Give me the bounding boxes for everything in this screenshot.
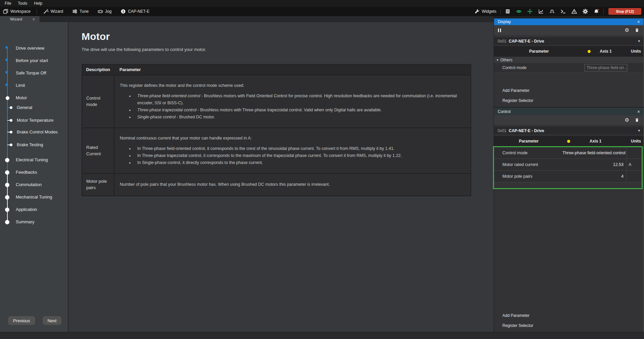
bullet-item: In Three-phase trapezoidal control, it c…: [134, 152, 465, 159]
menu-tools[interactable]: Tools: [14, 0, 31, 7]
chart-icon[interactable]: [538, 8, 544, 14]
table-row: Control modeThis register defines the mo…: [82, 75, 471, 128]
step-label: Drive overview: [16, 46, 44, 51]
control-panel-header[interactable]: Control ×: [494, 108, 643, 115]
group-others[interactable]: ▾ Others: [494, 57, 643, 63]
pause-icon[interactable]: [498, 29, 501, 32]
device-id: 0x01: [498, 128, 506, 133]
display-panel-header[interactable]: Display ×: [494, 18, 643, 25]
parameter-value-field[interactable]: Three-phase field-oriented control: [562, 147, 627, 159]
sidebar-item-safe-torque-off[interactable]: Safe Torque Off: [0, 70, 68, 76]
sidebar-item-summary[interactable]: Summary: [0, 219, 68, 225]
move-icon[interactable]: [527, 8, 533, 14]
control-panel: Control × ⚙ 0x01 CAP-NET-E - Drive ▾ Par…: [494, 108, 644, 332]
parameter-units: [628, 63, 644, 72]
bell-icon[interactable]: [593, 8, 599, 14]
widgets-button[interactable]: Widgets: [474, 8, 496, 14]
tab-wizard[interactable]: Wizard ×: [0, 16, 40, 22]
step-marker: [10, 131, 12, 133]
toolbar-label: Jog: [105, 9, 111, 14]
bullet-item: Three-phase trapezoidal control - Brushl…: [134, 107, 465, 114]
control-parameter-row: Control modeThree-phase field-oriented c…: [494, 147, 642, 159]
chevron-down-icon[interactable]: ▾: [638, 128, 640, 133]
row-description: Motor pole pairs: [82, 173, 114, 196]
step-label: Brake Testing: [17, 142, 43, 147]
parameter-value-field[interactable]: 12.53: [562, 159, 627, 170]
step-marker: [5, 59, 8, 61]
trash-icon[interactable]: [635, 28, 639, 33]
warning-icon[interactable]: [571, 8, 577, 14]
step-marker: [5, 220, 9, 224]
table-icon[interactable]: [505, 8, 511, 14]
toolbar-divider: [603, 9, 604, 14]
gear-icon[interactable]: ⚙: [625, 28, 629, 33]
status-dot-yellow: [567, 140, 570, 143]
step-label: Electrical Tuning: [16, 157, 48, 162]
sidebar-item-commutation[interactable]: Commutation: [0, 181, 68, 188]
display-parameter-row: Control modeThree-phase field-ori...: [494, 63, 643, 72]
status-dot-yellow: [588, 50, 591, 53]
sidebar-item-drive-overview[interactable]: Drive overview: [0, 45, 68, 52]
wizard-button[interactable]: Wizard: [43, 8, 63, 14]
toolbar-label: CAP-NET-E: [128, 9, 149, 14]
sidebar-item-before-your-start[interactable]: Before your start: [0, 57, 68, 64]
sidebar-item-motor[interactable]: Motor: [0, 95, 68, 101]
terminal-icon[interactable]: [560, 8, 566, 14]
sidebar-item-electrical-tuning[interactable]: Electrical Tuning: [0, 157, 68, 163]
sidebar-item-feedbacks[interactable]: Feedbacks: [0, 169, 68, 176]
close-icon[interactable]: ×: [637, 19, 640, 24]
gear-icon[interactable]: ⚙: [625, 118, 629, 122]
sidebar-item-general[interactable]: General: [0, 104, 68, 111]
menu-help[interactable]: Help: [31, 0, 46, 7]
wave-icon[interactable]: [549, 8, 555, 14]
device-selector[interactable]: 0x01 CAP-NET-E - Drive ▾: [494, 37, 643, 45]
widget-panel-column: Display × ⚙ 0x01 CAP-NET-E - Drive ▾ Par…: [494, 16, 644, 332]
register-selector-link[interactable]: Register Selector: [502, 323, 643, 328]
step-label: Mechanical Tuning: [16, 194, 52, 200]
sidebar-item-limit[interactable]: Limit: [0, 82, 68, 89]
cap-net-e-button[interactable]: CAP-NET-E: [120, 8, 149, 14]
gear-icon[interactable]: [582, 8, 588, 14]
sidebar-item-motor-temperature[interactable]: Motor Temperature: [0, 117, 68, 124]
toolbar-divider: [500, 9, 501, 14]
jog-button[interactable]: Jog: [97, 8, 111, 14]
parameter-value-field[interactable]: Three-phase field-ori...: [584, 64, 627, 71]
menu-file[interactable]: File: [1, 0, 14, 7]
toolbar-divider: [37, 9, 37, 14]
page-title: Motor: [82, 31, 484, 42]
sidebar-item-mechanical-tuning[interactable]: Mechanical Tuning: [0, 194, 68, 201]
chevron-down-icon[interactable]: ▾: [638, 39, 640, 43]
sidebar-item-brake-control-modes[interactable]: Brake Control Modes: [0, 129, 68, 135]
workspace-button[interactable]: Workspace: [3, 8, 31, 14]
control-parameter-row: Motor pole pairs4: [494, 171, 642, 182]
add-parameter-link[interactable]: Add Parameter: [502, 88, 643, 93]
info-icon: [120, 8, 126, 14]
highlight-box-green: Control modeThree-phase field-oriented c…: [493, 146, 643, 189]
step-label: Motor Temperature: [17, 118, 54, 123]
device-selector[interactable]: 0x01 CAP-NET-E - Drive ▾: [494, 127, 643, 134]
sidebar-item-application[interactable]: Application: [0, 206, 68, 213]
step-label: Brake Control Modes: [17, 129, 58, 134]
header-parameter: Parameter: [494, 139, 563, 144]
toolbar-label: Tune: [80, 9, 89, 14]
trash-icon[interactable]: [635, 118, 639, 122]
bullet-item: Single-phase control - Brushed DC motor.: [134, 114, 465, 121]
close-icon[interactable]: ×: [637, 109, 640, 114]
next-button[interactable]: Next: [43, 316, 62, 325]
parameter-value-field[interactable]: 4: [562, 171, 627, 182]
wizard-sidebar: Previous Next Drive overviewBefore your …: [0, 22, 69, 332]
group-label: Others: [500, 58, 512, 62]
stop-button[interactable]: Stop (F12): [608, 8, 641, 15]
tune-button[interactable]: Tune: [72, 8, 89, 14]
step-label: Application: [16, 207, 37, 212]
workspace-icon: [3, 8, 9, 14]
sidebar-item-brake-testing[interactable]: Brake Testing: [0, 142, 68, 148]
control-parameter-row: Motor rated current12.53A: [494, 159, 642, 171]
register-selector-link[interactable]: Register Selector: [502, 98, 643, 103]
tab-close-icon[interactable]: ×: [32, 17, 35, 21]
step-label: Limit: [16, 83, 25, 88]
jog-icon: [97, 8, 103, 14]
previous-button[interactable]: Previous: [8, 316, 35, 325]
add-parameter-link[interactable]: Add Parameter: [502, 313, 643, 318]
eye-icon[interactable]: [516, 8, 522, 14]
